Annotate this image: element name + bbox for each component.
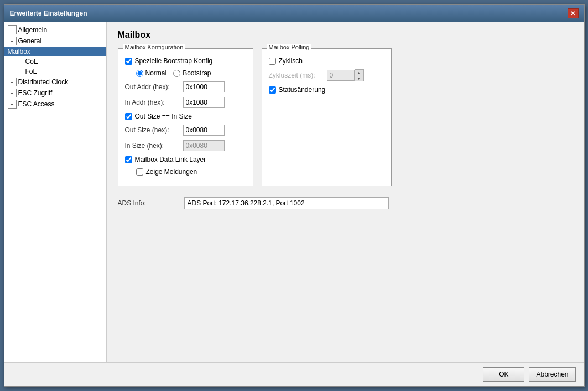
out-size-equals-label: Out Size == In Size [135,112,192,120]
sidebar-item-esc-zugriff[interactable]: + ESC Zugriff [4,88,106,99]
zyklisch-checkbox[interactable] [269,58,276,65]
content-area: Mailbox Konfiguration Spezielle Bootstra… [118,48,573,186]
expander-distributed-clock[interactable]: + [8,78,17,86]
in-size-label: In Size (hex): [125,142,183,150]
title-bar: Erweiterte Einstellungen ✕ [4,5,584,22]
ads-info-label: ADS Info: [118,199,184,207]
sidebar-label-esc-zugriff: ESC Zugriff [18,89,53,97]
statusaenderung-label: Statusänderung [279,86,326,94]
ok-button[interactable]: OK [483,367,524,382]
expander-allgemein[interactable]: + [8,25,17,34]
zyklisch-label: Zyklisch [279,57,303,65]
out-size-label: Out Size (hex): [125,126,183,134]
expander-esc-access[interactable]: + [8,100,17,109]
data-link-layer-checkbox[interactable] [125,156,132,163]
statusaenderung-checkbox[interactable] [269,86,276,94]
expander-general[interactable]: + [8,37,17,45]
zyklisch-row: Zyklisch [269,57,384,65]
out-size-input[interactable] [183,125,225,136]
out-addr-input[interactable] [183,81,225,92]
cancel-button[interactable]: Abbrechen [529,367,575,382]
data-link-layer-label: Mailbox Data Link Layer [135,156,206,163]
zykluszeit-label: Zykluszeit (ms): [269,71,327,79]
main-content: Mailbox Mailbox Konfiguration Spezielle … [107,22,584,362]
sidebar-label-esc-access: ESC Access [18,100,55,108]
radio-normal[interactable] [136,70,143,77]
mailbox-config-group: Mailbox Konfiguration Spezielle Bootstra… [118,48,253,186]
in-addr-input[interactable] [183,97,225,108]
spezielle-bootstrap-row: Spezielle Bootstrap Konfig [125,57,246,65]
zykluszeit-input[interactable] [327,70,355,81]
sidebar-item-coe[interactable]: CoE [4,56,106,66]
radio-bootstrap-option: Bootstrap [173,69,211,77]
mailbox-config-title: Mailbox Konfiguration [123,44,186,50]
spezielle-bootstrap-label: Spezielle Bootstrap Konfig [135,57,213,65]
sidebar-item-mailbox[interactable]: Mailbox [4,47,106,56]
spezielle-bootstrap-checkbox[interactable] [125,58,132,65]
radio-normal-label: Normal [145,69,167,77]
zykluszeit-row: Zykluszeit (ms): ▲ ▼ [269,69,384,81]
zeige-meldungen-row: Zeige Meldungen [136,168,246,176]
data-link-layer-row: Mailbox Data Link Layer [125,156,246,163]
radio-bootstrap[interactable] [173,70,180,77]
spinner-down-button[interactable]: ▼ [355,75,363,81]
sidebar-label-allgemein: Allgemein [18,26,48,34]
zeige-meldungen-checkbox[interactable] [136,168,143,176]
sidebar-label-coe: CoE [25,58,38,65]
in-addr-label: In Addr (hex): [125,99,183,106]
sidebar-item-allgemein[interactable]: + Allgemein [4,24,106,35]
main-window: Erweiterte Einstellungen ✕ + Allgemein +… [4,4,585,387]
sidebar-label-distributed-clock: Distributed Clock [18,78,69,86]
footer: OK Abbrechen [4,362,584,386]
radio-normal-option: Normal [136,69,167,77]
sidebar-item-distributed-clock[interactable]: + Distributed Clock [4,76,106,88]
in-size-row: In Size (hex): [125,140,246,151]
zykluszeit-spinner: ▲ ▼ [327,69,364,81]
sidebar-item-general[interactable]: + General [4,35,106,47]
out-size-checkbox-row: Out Size == In Size [125,112,246,120]
out-addr-row: Out Addr (hex): [125,81,246,92]
ads-info-input[interactable] [184,197,389,209]
window-title: Erweiterte Einstellungen [10,9,87,17]
spinner-up-button[interactable]: ▲ [355,70,363,75]
spinner-buttons: ▲ ▼ [355,69,364,81]
sidebar: + Allgemein + General Mailbox CoE FoE + [4,22,107,362]
page-title: Mailbox [118,30,573,40]
radio-bootstrap-label: Bootstrap [183,69,211,77]
out-size-row: Out Size (hex): [125,125,246,136]
in-addr-row: In Addr (hex): [125,97,246,108]
sidebar-item-foe[interactable]: FoE [4,66,106,76]
ads-info-row: ADS Info: [118,197,573,209]
window-body: + Allgemein + General Mailbox CoE FoE + [4,22,584,362]
close-button[interactable]: ✕ [568,8,579,18]
sidebar-label-general: General [18,37,42,45]
sidebar-item-esc-access[interactable]: + ESC Access [4,99,106,110]
in-size-input[interactable] [183,140,225,151]
radio-row: Normal Bootstrap [136,69,246,77]
sidebar-label-foe: FoE [25,68,38,75]
expander-esc-zugriff[interactable]: + [8,89,17,97]
out-addr-label: Out Addr (hex): [125,83,183,91]
zeige-meldungen-label: Zeige Meldungen [146,168,197,176]
statusaenderung-row: Statusänderung [269,86,384,94]
sidebar-label-mailbox: Mailbox [8,48,30,55]
mailbox-polling-group: Mailbox Polling Zyklisch Zykluszeit (ms)… [262,48,392,186]
mailbox-polling-title: Mailbox Polling [267,44,312,50]
out-size-equals-checkbox[interactable] [125,113,132,120]
